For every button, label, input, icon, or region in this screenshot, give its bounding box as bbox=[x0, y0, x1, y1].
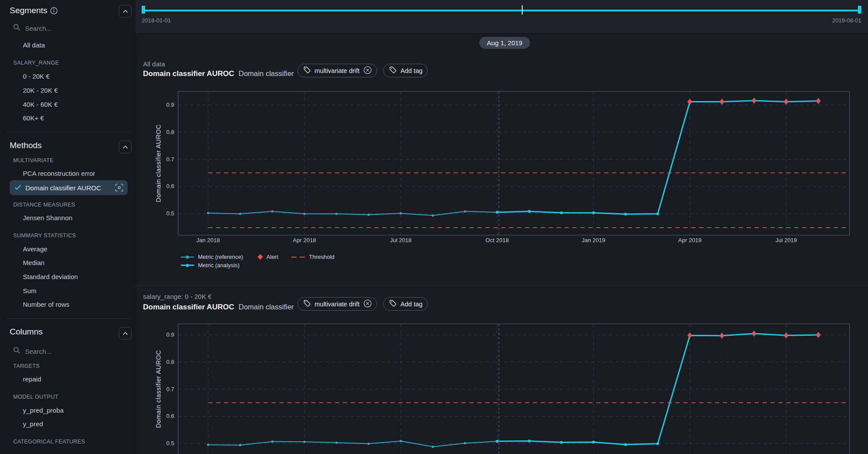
svg-text:0.8: 0.8 bbox=[166, 129, 174, 135]
group-label-distance-measures: DISTANCE MEASURES bbox=[13, 202, 75, 208]
svg-text:0.7: 0.7 bbox=[166, 386, 174, 392]
group-label-model-output: MODEL OUTPUT bbox=[13, 394, 58, 400]
tag-icon bbox=[304, 66, 311, 75]
svg-text:Jul 2019: Jul 2019 bbox=[775, 237, 797, 243]
segment-label: All data bbox=[143, 60, 165, 68]
sidebar-item-average[interactable]: Average bbox=[23, 245, 48, 253]
add-tag-button[interactable]: Add tag bbox=[383, 64, 428, 77]
svg-text:Oct 2018: Oct 2018 bbox=[486, 237, 509, 243]
legend-alert-label[interactable]: Alert bbox=[267, 254, 278, 260]
chart-title: Domain classifier AUROC bbox=[143, 69, 234, 78]
chart-subtitle: Domain classifier bbox=[238, 69, 294, 78]
chart-title: Domain classifier AUROC bbox=[143, 303, 234, 312]
tag-label: multivariate drift bbox=[315, 67, 359, 74]
sidebar-item-jensen-shannon[interactable]: Jensen Shannon bbox=[23, 214, 73, 222]
chart-title-row: Domain classifier AUROC Domain classifie… bbox=[143, 303, 294, 312]
add-tag-label: Add tag bbox=[400, 301, 422, 308]
group-label-targets: TARGETS bbox=[13, 363, 40, 369]
tags-row: multivariate drift Add tag bbox=[297, 64, 428, 77]
timeline-start-date: 2018-01-01 bbox=[142, 17, 171, 24]
sidebar-divider bbox=[6, 318, 130, 319]
add-tag-label: Add tag bbox=[400, 67, 422, 74]
segments-search[interactable] bbox=[13, 24, 105, 33]
methods-collapse-button[interactable] bbox=[119, 141, 132, 153]
timeline-end-handle[interactable] bbox=[858, 6, 861, 14]
segments-collapse-button[interactable] bbox=[119, 5, 132, 18]
svg-text:0.6: 0.6 bbox=[166, 183, 174, 189]
search-icon bbox=[13, 24, 20, 33]
svg-text:0.5: 0.5 bbox=[166, 210, 174, 217]
sidebar-item-label: Domain classifier AUROC bbox=[26, 184, 115, 192]
chart-subtitle: Domain classifier bbox=[238, 303, 294, 311]
sidebar-item-repaid[interactable]: repaid bbox=[23, 375, 41, 383]
sidebar-item-0-20k[interactable]: 0 - 20K € bbox=[23, 73, 50, 80]
sidebar-divider bbox=[6, 132, 130, 132]
svg-text:0.9: 0.9 bbox=[166, 102, 174, 108]
svg-text:Apr 2018: Apr 2018 bbox=[293, 237, 316, 243]
chart-title-row: Domain classifier AUROC Domain classifie… bbox=[143, 69, 294, 78]
tag-icon bbox=[389, 66, 396, 75]
chart-legend: Metric (reference) Alert Threshold Metri… bbox=[181, 254, 334, 270]
timeline-current-marker[interactable] bbox=[522, 5, 523, 15]
selected-date-badge: Aug 1, 2019 bbox=[480, 37, 530, 49]
sidebar-item-40k-60k[interactable]: 40K - 60K € bbox=[23, 101, 58, 108]
sidebar-item-standard-deviation[interactable]: Standard deviation bbox=[23, 273, 78, 280]
reference-line-swatch bbox=[181, 257, 194, 258]
sidebar-item-y-pred-proba[interactable]: y_pred_proba bbox=[23, 407, 64, 414]
svg-text:0.5: 0.5 bbox=[166, 440, 174, 447]
svg-text:Jan 2019: Jan 2019 bbox=[582, 237, 605, 243]
drift-chart-salary-0-20k[interactable]: 0.90.80.70.60.5Domain classifier AUROC bbox=[136, 321, 868, 454]
tag-multivariate-drift[interactable]: multivariate drift bbox=[297, 64, 377, 77]
group-label-categorical-features: CATEGORICAL FEATURES bbox=[13, 439, 85, 445]
segments-section-title: Segments bbox=[10, 6, 48, 15]
svg-text:Apr 2019: Apr 2019 bbox=[678, 237, 702, 243]
timeline-slider-track[interactable] bbox=[142, 10, 861, 11]
add-tag-button[interactable]: Add tag bbox=[383, 297, 428, 311]
remove-tag-icon[interactable] bbox=[363, 66, 372, 76]
sidebar: Segments All data SALARY_RANGE 0 - 20K €… bbox=[0, 0, 136, 454]
timeline-start-handle[interactable] bbox=[142, 6, 145, 14]
segment-label: salary_range: 0 - 20K € bbox=[143, 293, 212, 300]
svg-text:Jan 2018: Jan 2018 bbox=[196, 237, 220, 243]
tags-row: multivariate drift Add tag bbox=[297, 297, 428, 311]
alert-diamond-icon bbox=[257, 254, 263, 260]
columns-collapse-button[interactable] bbox=[119, 327, 132, 340]
sidebar-item-number-of-rows[interactable]: Number of rows bbox=[23, 301, 70, 308]
columns-search-input[interactable] bbox=[24, 347, 105, 356]
threshold-dash-icon bbox=[300, 257, 305, 258]
svg-text:Domain classifier AUROC: Domain classifier AUROC bbox=[155, 124, 162, 203]
group-label-multivariate: MULTIVARIATE bbox=[13, 157, 54, 163]
check-icon bbox=[15, 184, 21, 192]
group-label-summary-statistics: SUMMARY STATISTICS bbox=[13, 232, 76, 239]
svg-text:Jul 2018: Jul 2018 bbox=[390, 237, 411, 243]
sidebar-item-60k-plus[interactable]: 60K+ € bbox=[23, 114, 44, 122]
legend-analysis-label[interactable]: Metric (analysis) bbox=[198, 262, 240, 269]
sidebar-item-sum[interactable]: Sum bbox=[23, 287, 37, 294]
tag-label: multivariate drift bbox=[315, 301, 359, 308]
focus-method-icon[interactable] bbox=[115, 184, 123, 192]
timeline-end-date: 2019-08-01 bbox=[832, 17, 862, 24]
remove-tag-icon[interactable] bbox=[363, 299, 372, 309]
legend-threshold-label[interactable]: Threshold bbox=[309, 254, 334, 260]
drift-chart-all-data[interactable]: 0.90.80.70.60.5Jan 2018Apr 2018Jul 2018O… bbox=[136, 88, 868, 246]
legend-reference-label[interactable]: Metric (reference) bbox=[198, 254, 243, 260]
sidebar-item-y-pred[interactable]: y_pred bbox=[23, 420, 43, 428]
sidebar-item-median[interactable]: Median bbox=[23, 259, 44, 266]
svg-text:0.7: 0.7 bbox=[166, 156, 174, 163]
info-icon[interactable] bbox=[50, 7, 58, 16]
timeline-slider-band: 2018-01-01 2019-08-01 bbox=[136, 0, 868, 33]
sidebar-item-domain-classifier-auroc[interactable]: Domain classifier AUROC bbox=[10, 180, 128, 195]
search-icon bbox=[13, 347, 20, 356]
svg-text:0.9: 0.9 bbox=[166, 331, 174, 338]
svg-text:0.6: 0.6 bbox=[166, 413, 174, 419]
columns-search[interactable] bbox=[13, 347, 105, 356]
tag-multivariate-drift[interactable]: multivariate drift bbox=[297, 297, 377, 311]
columns-section-title: Columns bbox=[10, 327, 43, 337]
main-content: 2018-01-01 2019-08-01 Aug 1, 2019 All da… bbox=[136, 0, 868, 454]
sidebar-item-all-data[interactable]: All data bbox=[23, 41, 45, 49]
segments-search-input[interactable] bbox=[24, 24, 105, 33]
sidebar-item-20k-20k[interactable]: 20K - 20K € bbox=[23, 87, 58, 94]
sidebar-item-pca-reconstruction-error[interactable]: PCA reconstruction error bbox=[23, 170, 95, 177]
svg-text:0.8: 0.8 bbox=[166, 359, 174, 365]
drift-dashboard: Segments All data SALARY_RANGE 0 - 20K €… bbox=[0, 0, 868, 454]
